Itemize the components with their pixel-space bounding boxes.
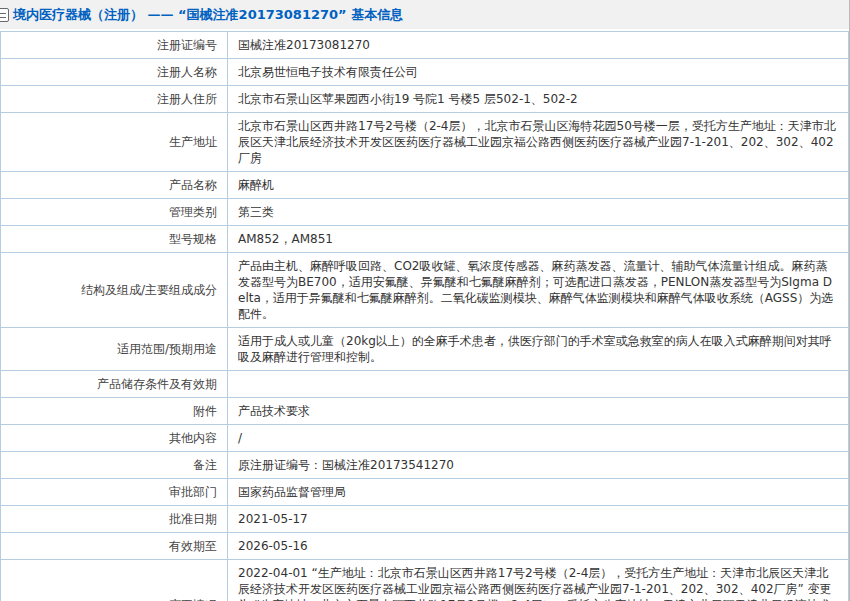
row-label: 产品储存条件及有效期 bbox=[1, 371, 228, 398]
row-label: 有效期至 bbox=[1, 533, 228, 560]
row-label-text: 其他内容 bbox=[169, 431, 217, 445]
row-label: 注册人名称 bbox=[1, 59, 228, 86]
row-value: 北京市石景山区苹果园西小街19 号院1 号楼5 层502-1、502-2 bbox=[228, 86, 849, 113]
row-value: 原注册证编号：国械注准20173541270 bbox=[228, 452, 849, 479]
table-row: 变更情况2022-04-01 “生产地址：北京市石景山区西井路17号2号楼（2-… bbox=[1, 560, 849, 601]
row-value: 2021-05-17 bbox=[228, 506, 849, 533]
row-value-text: 北京市石景山区西井路17号2号楼（2-4层），北京市石景山区海特花园50号楼一层… bbox=[238, 119, 836, 165]
row-label: 附件 bbox=[1, 398, 228, 425]
row-value: AM852，AM851 bbox=[228, 226, 849, 253]
document-icon bbox=[0, 8, 9, 22]
row-label: 管理类别 bbox=[1, 199, 228, 226]
row-value-text: 北京市石景山区苹果园西小街19 号院1 号楼5 层502-1、502-2 bbox=[238, 92, 578, 106]
registration-info-table-wrap: 注册证编号国械注准20173081270注册人名称北京易世恒电子技术有限责任公司… bbox=[0, 29, 849, 601]
table-row: 注册证编号国械注准20173081270 bbox=[1, 32, 849, 59]
row-value-text: 产品技术要求 bbox=[238, 404, 310, 418]
table-row: 批准日期2021-05-17 bbox=[1, 506, 849, 533]
row-value: / bbox=[228, 425, 849, 452]
row-label-text: 注册证编号 bbox=[157, 38, 217, 52]
table-row: 附件产品技术要求 bbox=[1, 398, 849, 425]
row-label-text: 附件 bbox=[193, 404, 217, 418]
row-value-text: 适用于成人或儿童（20kg以上）的全麻手术患者，供医疗部门的手术室或急救室的病人… bbox=[238, 334, 832, 364]
table-row: 适用范围/预期用途适用于成人或儿童（20kg以上）的全麻手术患者，供医疗部门的手… bbox=[1, 328, 849, 371]
row-value-text: 国械注准20173081270 bbox=[238, 38, 370, 52]
row-label: 结构及组成/主要组成成分 bbox=[1, 253, 228, 328]
row-label-text: 批准日期 bbox=[169, 512, 217, 526]
row-label: 产品名称 bbox=[1, 172, 228, 199]
registration-info-table: 注册证编号国械注准20173081270注册人名称北京易世恒电子技术有限责任公司… bbox=[0, 31, 849, 601]
row-value-text: 产品由主机、麻醉呼吸回路、CO2吸收罐、氧浓度传感器、麻药蒸发器、流量计、辅助气… bbox=[238, 259, 833, 321]
row-value-text: 麻醉机 bbox=[238, 178, 274, 192]
row-value-text: 原注册证编号：国械注准20173541270 bbox=[238, 458, 454, 472]
table-row: 有效期至2026-05-16 bbox=[1, 533, 849, 560]
row-value-text: 2022-04-01 “生产地址：北京市石景山区西井路17号2号楼（2-4层），… bbox=[238, 566, 836, 601]
row-label: 生产地址 bbox=[1, 113, 228, 172]
row-label-text: 结构及组成/主要组成成分 bbox=[81, 283, 217, 297]
row-label-text: 产品名称 bbox=[169, 178, 217, 192]
row-value: 适用于成人或儿童（20kg以上）的全麻手术患者，供医疗部门的手术室或急救室的病人… bbox=[228, 328, 849, 371]
title-bar: 境内医疗器械（注册） —— “国械注准20173081270” 基本信息 bbox=[0, 0, 849, 29]
table-row: 备注原注册证编号：国械注准20173541270 bbox=[1, 452, 849, 479]
table-row: 结构及组成/主要组成成分产品由主机、麻醉呼吸回路、CO2吸收罐、氧浓度传感器、麻… bbox=[1, 253, 849, 328]
row-value: 2022-04-01 “生产地址：北京市石景山区西井路17号2号楼（2-4层），… bbox=[228, 560, 849, 601]
row-label: 适用范围/预期用途 bbox=[1, 328, 228, 371]
table-row: 产品名称麻醉机 bbox=[1, 172, 849, 199]
row-label: 其他内容 bbox=[1, 425, 228, 452]
page-title: 境内医疗器械（注册） —— “国械注准20173081270” 基本信息 bbox=[13, 6, 403, 24]
row-label-text: 管理类别 bbox=[169, 205, 217, 219]
row-value-text: 2026-05-16 bbox=[238, 539, 308, 553]
row-value: 2026-05-16 bbox=[228, 533, 849, 560]
row-label-text: 备注 bbox=[193, 458, 217, 472]
row-label: 型号规格 bbox=[1, 226, 228, 253]
row-value: 产品由主机、麻醉呼吸回路、CO2吸收罐、氧浓度传感器、麻药蒸发器、流量计、辅助气… bbox=[228, 253, 849, 328]
row-value: 产品技术要求 bbox=[228, 398, 849, 425]
table-row: 管理类别第三类 bbox=[1, 199, 849, 226]
table-row: 产品储存条件及有效期 bbox=[1, 371, 849, 398]
row-value-text: 国家药品监督管理局 bbox=[238, 485, 346, 499]
row-value-text: 2021-05-17 bbox=[238, 512, 308, 526]
row-value bbox=[228, 371, 849, 398]
row-value-text: 第三类 bbox=[238, 205, 274, 219]
row-label-text: 生产地址 bbox=[169, 135, 217, 149]
table-row: 注册人名称北京易世恒电子技术有限责任公司 bbox=[1, 59, 849, 86]
row-value: 北京市石景山区西井路17号2号楼（2-4层），北京市石景山区海特花园50号楼一层… bbox=[228, 113, 849, 172]
row-label: 变更情况 bbox=[1, 560, 228, 601]
row-value: 国械注准20173081270 bbox=[228, 32, 849, 59]
row-value: 北京易世恒电子技术有限责任公司 bbox=[228, 59, 849, 86]
table-row: 型号规格AM852，AM851 bbox=[1, 226, 849, 253]
row-label: 批准日期 bbox=[1, 506, 228, 533]
table-row: 注册人住所北京市石景山区苹果园西小街19 号院1 号楼5 层502-1、502-… bbox=[1, 86, 849, 113]
row-label-text: 型号规格 bbox=[169, 232, 217, 246]
row-label-text: 适用范围/预期用途 bbox=[117, 342, 217, 356]
row-label: 注册证编号 bbox=[1, 32, 228, 59]
row-label: 审批部门 bbox=[1, 479, 228, 506]
row-value-text: AM852，AM851 bbox=[238, 232, 333, 246]
row-label: 备注 bbox=[1, 452, 228, 479]
row-label-text: 产品储存条件及有效期 bbox=[97, 377, 217, 391]
row-value-text: / bbox=[238, 431, 242, 445]
row-label-text: 有效期至 bbox=[169, 539, 217, 553]
row-label: 注册人住所 bbox=[1, 86, 228, 113]
row-label-text: 审批部门 bbox=[169, 485, 217, 499]
row-value: 国家药品监督管理局 bbox=[228, 479, 849, 506]
table-row: 审批部门国家药品监督管理局 bbox=[1, 479, 849, 506]
row-value: 第三类 bbox=[228, 199, 849, 226]
row-value-text: 北京易世恒电子技术有限责任公司 bbox=[238, 65, 418, 79]
row-label-text: 注册人名称 bbox=[157, 65, 217, 79]
table-row: 其他内容/ bbox=[1, 425, 849, 452]
row-label-text: 注册人住所 bbox=[157, 92, 217, 106]
row-value: 麻醉机 bbox=[228, 172, 849, 199]
table-row: 生产地址北京市石景山区西井路17号2号楼（2-4层），北京市石景山区海特花园50… bbox=[1, 113, 849, 172]
